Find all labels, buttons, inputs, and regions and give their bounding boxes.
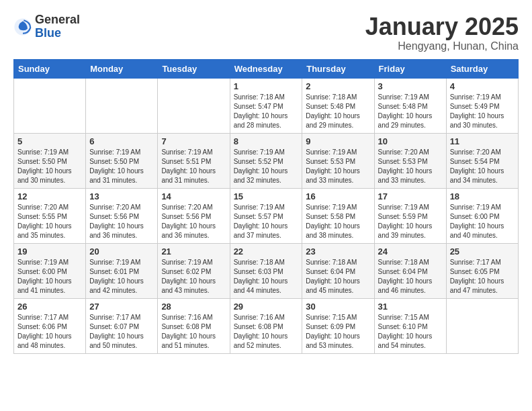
day-info: Sunrise: 7:19 AM Sunset: 6:00 PM Dayligh…: [450, 203, 515, 240]
calendar-cell: 9Sunrise: 7:19 AM Sunset: 5:53 PM Daylig…: [302, 133, 374, 188]
calendar-cell: 28Sunrise: 7:16 AM Sunset: 6:08 PM Dayli…: [158, 298, 230, 353]
calendar-cell: 23Sunrise: 7:18 AM Sunset: 6:04 PM Dayli…: [302, 243, 374, 298]
calendar-weekday-header: Sunday: [14, 59, 86, 78]
day-number: 5: [17, 136, 82, 146]
day-info: Sunrise: 7:18 AM Sunset: 6:03 PM Dayligh…: [234, 258, 299, 295]
calendar-week-row: 5Sunrise: 7:19 AM Sunset: 5:50 PM Daylig…: [14, 133, 519, 188]
calendar-cell: 31Sunrise: 7:15 AM Sunset: 6:10 PM Dayli…: [374, 298, 446, 353]
calendar-cell: 15Sunrise: 7:19 AM Sunset: 5:57 PM Dayli…: [230, 188, 302, 243]
day-number: 24: [378, 246, 443, 257]
day-number: 17: [378, 191, 443, 201]
day-info: Sunrise: 7:19 AM Sunset: 6:00 PM Dayligh…: [17, 258, 82, 295]
day-number: 19: [17, 246, 82, 257]
day-number: 7: [161, 136, 226, 146]
day-number: 21: [161, 246, 226, 257]
day-info: Sunrise: 7:19 AM Sunset: 5:59 PM Dayligh…: [378, 203, 443, 240]
day-number: 6: [89, 136, 154, 146]
day-info: Sunrise: 7:20 AM Sunset: 5:55 PM Dayligh…: [17, 203, 82, 240]
calendar-cell: 4Sunrise: 7:19 AM Sunset: 5:49 PM Daylig…: [446, 78, 518, 133]
day-number: 25: [450, 246, 515, 257]
day-info: Sunrise: 7:17 AM Sunset: 6:06 PM Dayligh…: [17, 313, 82, 351]
logo: General Blue: [13, 13, 80, 40]
calendar-cell: [446, 298, 518, 353]
day-number: 2: [306, 81, 370, 91]
calendar-weekday-header: Tuesday: [158, 59, 230, 78]
calendar-cell: 29Sunrise: 7:16 AM Sunset: 6:08 PM Dayli…: [230, 298, 302, 353]
calendar-cell: 19Sunrise: 7:19 AM Sunset: 6:00 PM Dayli…: [14, 243, 86, 298]
calendar-cell: 24Sunrise: 7:18 AM Sunset: 6:04 PM Dayli…: [374, 243, 446, 298]
day-number: 31: [378, 302, 443, 312]
calendar-cell: 21Sunrise: 7:19 AM Sunset: 6:02 PM Dayli…: [158, 243, 230, 298]
calendar-header-row: SundayMondayTuesdayWednesdayThursdayFrid…: [14, 59, 519, 78]
calendar-cell: 2Sunrise: 7:18 AM Sunset: 5:48 PM Daylig…: [302, 78, 374, 133]
calendar-cell: 17Sunrise: 7:19 AM Sunset: 5:59 PM Dayli…: [374, 188, 446, 243]
day-number: 28: [161, 302, 226, 312]
day-info: Sunrise: 7:15 AM Sunset: 6:10 PM Dayligh…: [378, 313, 443, 351]
day-number: 23: [306, 246, 370, 257]
day-info: Sunrise: 7:15 AM Sunset: 6:09 PM Dayligh…: [306, 313, 370, 351]
calendar-cell: 22Sunrise: 7:18 AM Sunset: 6:03 PM Dayli…: [230, 243, 302, 298]
day-number: 18: [450, 191, 515, 201]
day-number: 26: [17, 302, 82, 312]
day-number: 30: [306, 302, 370, 312]
day-number: 16: [306, 191, 370, 201]
calendar-cell: 16Sunrise: 7:19 AM Sunset: 5:58 PM Dayli…: [302, 188, 374, 243]
day-number: 9: [306, 136, 370, 146]
day-info: Sunrise: 7:19 AM Sunset: 6:02 PM Dayligh…: [161, 258, 226, 295]
logo-icon: [13, 17, 32, 36]
day-number: 20: [89, 246, 154, 257]
calendar-cell: 13Sunrise: 7:20 AM Sunset: 5:56 PM Dayli…: [86, 188, 158, 243]
day-number: 11: [450, 136, 515, 146]
logo-blue-text: Blue: [35, 26, 61, 40]
day-info: Sunrise: 7:19 AM Sunset: 5:49 PM Dayligh…: [450, 93, 515, 130]
day-info: Sunrise: 7:20 AM Sunset: 5:56 PM Dayligh…: [161, 203, 226, 240]
calendar-cell: 7Sunrise: 7:19 AM Sunset: 5:51 PM Daylig…: [158, 133, 230, 188]
day-info: Sunrise: 7:19 AM Sunset: 5:51 PM Dayligh…: [161, 148, 226, 185]
day-number: 27: [89, 302, 154, 312]
day-info: Sunrise: 7:19 AM Sunset: 6:01 PM Dayligh…: [89, 258, 154, 295]
day-info: Sunrise: 7:18 AM Sunset: 6:04 PM Dayligh…: [306, 258, 370, 295]
calendar-cell: 8Sunrise: 7:19 AM Sunset: 5:52 PM Daylig…: [230, 133, 302, 188]
day-info: Sunrise: 7:18 AM Sunset: 5:47 PM Dayligh…: [234, 93, 299, 130]
day-info: Sunrise: 7:19 AM Sunset: 5:58 PM Dayligh…: [306, 203, 370, 240]
calendar-cell: [86, 78, 158, 133]
calendar-week-row: 19Sunrise: 7:19 AM Sunset: 6:00 PM Dayli…: [14, 243, 519, 298]
day-info: Sunrise: 7:16 AM Sunset: 6:08 PM Dayligh…: [234, 313, 299, 351]
calendar-cell: 27Sunrise: 7:17 AM Sunset: 6:07 PM Dayli…: [86, 298, 158, 353]
day-number: 13: [89, 191, 154, 201]
calendar-week-row: 26Sunrise: 7:17 AM Sunset: 6:06 PM Dayli…: [14, 298, 519, 353]
calendar-week-row: 12Sunrise: 7:20 AM Sunset: 5:55 PM Dayli…: [14, 188, 519, 243]
calendar-cell: 6Sunrise: 7:19 AM Sunset: 5:50 PM Daylig…: [86, 133, 158, 188]
calendar-cell: 20Sunrise: 7:19 AM Sunset: 6:01 PM Dayli…: [86, 243, 158, 298]
location: Hengyang, Hunan, China: [365, 40, 519, 52]
day-info: Sunrise: 7:20 AM Sunset: 5:54 PM Dayligh…: [450, 148, 515, 185]
day-info: Sunrise: 7:19 AM Sunset: 5:48 PM Dayligh…: [378, 93, 443, 130]
calendar-weekday-header: Thursday: [302, 59, 374, 78]
day-number: 10: [378, 136, 443, 146]
calendar-cell: 3Sunrise: 7:19 AM Sunset: 5:48 PM Daylig…: [374, 78, 446, 133]
calendar-cell: 14Sunrise: 7:20 AM Sunset: 5:56 PM Dayli…: [158, 188, 230, 243]
day-info: Sunrise: 7:17 AM Sunset: 6:05 PM Dayligh…: [450, 258, 515, 295]
calendar-weekday-header: Wednesday: [230, 59, 302, 78]
calendar-cell: 18Sunrise: 7:19 AM Sunset: 6:00 PM Dayli…: [446, 188, 518, 243]
day-number: 8: [234, 136, 299, 146]
calendar-cell: 25Sunrise: 7:17 AM Sunset: 6:05 PM Dayli…: [446, 243, 518, 298]
logo-general-text: General: [35, 13, 80, 26]
day-info: Sunrise: 7:16 AM Sunset: 6:08 PM Dayligh…: [161, 313, 226, 351]
calendar-cell: 26Sunrise: 7:17 AM Sunset: 6:06 PM Dayli…: [14, 298, 86, 353]
day-number: 1: [234, 81, 299, 91]
day-number: 14: [161, 191, 226, 201]
calendar-cell: 1Sunrise: 7:18 AM Sunset: 5:47 PM Daylig…: [230, 78, 302, 133]
day-info: Sunrise: 7:20 AM Sunset: 5:53 PM Dayligh…: [378, 148, 443, 185]
calendar-week-row: 1Sunrise: 7:18 AM Sunset: 5:47 PM Daylig…: [14, 78, 519, 133]
calendar-cell: 5Sunrise: 7:19 AM Sunset: 5:50 PM Daylig…: [14, 133, 86, 188]
day-number: 22: [234, 246, 299, 257]
day-info: Sunrise: 7:18 AM Sunset: 5:48 PM Dayligh…: [306, 93, 370, 130]
day-info: Sunrise: 7:17 AM Sunset: 6:07 PM Dayligh…: [89, 313, 154, 351]
calendar-cell: [14, 78, 86, 133]
day-info: Sunrise: 7:19 AM Sunset: 5:53 PM Dayligh…: [306, 148, 370, 185]
day-number: 4: [450, 81, 515, 91]
calendar-weekday-header: Monday: [86, 59, 158, 78]
calendar-cell: 30Sunrise: 7:15 AM Sunset: 6:09 PM Dayli…: [302, 298, 374, 353]
calendar-cell: [158, 78, 230, 133]
